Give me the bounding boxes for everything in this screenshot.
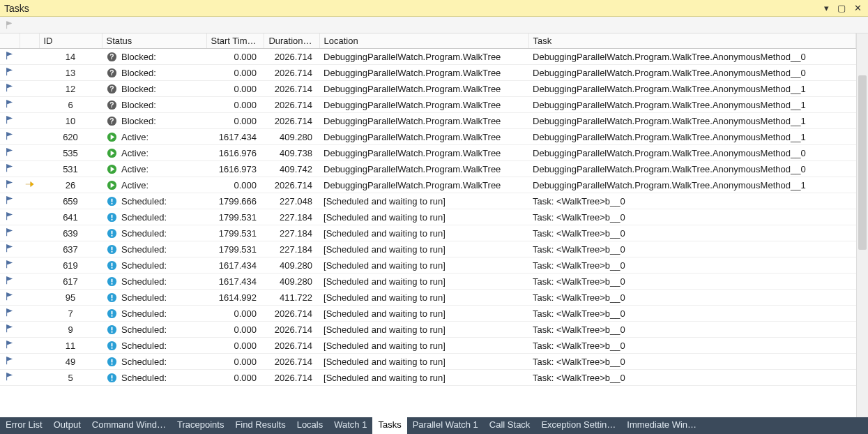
task-cell: Task: <WalkTree>b__0 — [528, 241, 855, 257]
flag-cell[interactable] — [0, 193, 20, 209]
flag-cell[interactable] — [0, 290, 20, 306]
flag-cell[interactable] — [0, 209, 20, 225]
flag-icon[interactable] — [4, 307, 15, 318]
table-row[interactable]: 617Scheduled:1617.434409.280[Scheduled a… — [0, 274, 856, 290]
maximize-button[interactable]: ▢ — [835, 3, 848, 13]
duration-cell: 227.184 — [264, 225, 319, 241]
task-cell: Task: <WalkTree>b__0 — [528, 370, 855, 386]
tab-tracepoints[interactable]: Tracepoints — [172, 417, 229, 434]
vertical-scrollbar[interactable] — [856, 33, 868, 417]
flag-cell[interactable] — [0, 113, 20, 129]
flag-icon[interactable] — [4, 355, 15, 366]
col-task[interactable]: Task — [528, 33, 855, 49]
table-row[interactable]: 639Scheduled:1799.531227.184[Scheduled a… — [0, 225, 856, 241]
flag-icon[interactable] — [4, 211, 15, 222]
flag-icon[interactable] — [4, 114, 15, 126]
flag-cell[interactable] — [0, 65, 20, 81]
table-row[interactable]: 531Active:1616.973409.742DebuggingParall… — [0, 161, 856, 177]
flag-icon[interactable] — [4, 195, 15, 206]
flag-cell[interactable] — [0, 225, 20, 241]
flag-icon[interactable] — [4, 243, 15, 254]
table-row[interactable]: 14Blocked:0.0002026.714DebuggingParallel… — [0, 49, 856, 65]
id-cell: 14 — [39, 49, 102, 65]
table-row[interactable]: 95Scheduled:1614.992411.722[Scheduled an… — [0, 290, 856, 306]
col-current[interactable] — [20, 33, 39, 49]
scheduled-icon — [106, 340, 117, 351]
window-menu-button[interactable]: ▾ — [822, 3, 831, 13]
tab-call-stack[interactable]: Call Stack — [484, 417, 536, 434]
status-text: Blocked: — [121, 100, 156, 110]
location-cell: [Scheduled and waiting to run] — [319, 225, 528, 241]
table-row[interactable]: 11Scheduled:0.0002026.714[Scheduled and … — [0, 338, 856, 354]
flag-cell[interactable] — [0, 81, 20, 97]
flag-cell[interactable] — [0, 177, 20, 193]
flag-icon[interactable] — [4, 98, 15, 110]
table-row[interactable]: 26Active:0.0002026.714DebuggingParallelW… — [0, 177, 856, 193]
flag-cell[interactable] — [0, 274, 20, 290]
flag-icon[interactable] — [4, 339, 15, 350]
table-row[interactable]: 659Scheduled:1799.666227.048[Scheduled a… — [0, 193, 856, 209]
flag-cell[interactable] — [0, 322, 20, 338]
tab-watch-1[interactable]: Watch 1 — [328, 417, 372, 434]
table-row[interactable]: 641Scheduled:1799.531227.184[Scheduled a… — [0, 209, 856, 225]
flag-icon[interactable] — [4, 323, 15, 334]
flag-icon[interactable] — [4, 50, 15, 61]
flag-cell[interactable] — [0, 145, 20, 161]
start-time-cell: 0.000 — [206, 370, 264, 386]
flag-icon[interactable] — [4, 163, 15, 174]
flag-icon[interactable] — [4, 371, 15, 382]
col-status[interactable]: Status — [102, 33, 206, 49]
tab-error-list[interactable]: Error List — [0, 417, 48, 434]
col-location[interactable]: Location — [319, 33, 528, 49]
flag-cell[interactable] — [0, 306, 20, 322]
flag-cell[interactable] — [0, 129, 20, 145]
tab-immediate-win[interactable]: Immediate Win… — [621, 417, 702, 434]
flag-cell[interactable] — [0, 257, 20, 274]
col-id[interactable]: ID — [39, 33, 102, 49]
flag-icon[interactable] — [4, 275, 15, 286]
scheduled-icon — [106, 227, 117, 239]
flag-icon[interactable] — [4, 82, 15, 93]
table-row[interactable]: 620Active:1617.434409.280DebuggingParall… — [0, 129, 856, 145]
flag-icon[interactable] — [4, 66, 15, 77]
flag-icon[interactable] — [4, 259, 15, 270]
tab-tasks[interactable]: Tasks — [372, 417, 406, 434]
current-cell — [20, 338, 39, 354]
table-row[interactable]: 12Blocked:0.0002026.714DebuggingParallel… — [0, 81, 856, 97]
scrollbar-thumb[interactable] — [858, 75, 867, 250]
flag-cell[interactable] — [0, 241, 20, 257]
flag-cell[interactable] — [0, 354, 20, 370]
table-row[interactable]: 9Scheduled:0.0002026.714[Scheduled and w… — [0, 322, 856, 338]
table-row[interactable]: 13Blocked:0.0002026.714DebuggingParallel… — [0, 65, 856, 81]
flag-icon[interactable] — [4, 291, 15, 302]
close-button[interactable]: ✕ — [852, 3, 864, 13]
flag-icon[interactable] — [4, 130, 15, 142]
tab-locals[interactable]: Locals — [291, 417, 329, 434]
table-row[interactable]: 637Scheduled:1799.531227.184[Scheduled a… — [0, 241, 856, 257]
tab-find-results[interactable]: Find Results — [229, 417, 291, 434]
location-cell: [Scheduled and waiting to run] — [319, 290, 528, 306]
tab-exception-settin[interactable]: Exception Settin… — [535, 417, 621, 434]
table-row[interactable]: 6Blocked:0.0002026.714DebuggingParallelW… — [0, 97, 856, 113]
flag-cell[interactable] — [0, 49, 20, 65]
flag-cell[interactable] — [0, 97, 20, 113]
col-flag[interactable] — [0, 33, 20, 49]
flag-toolbar-icon[interactable] — [4, 20, 15, 31]
flag-icon[interactable] — [4, 147, 15, 158]
table-row[interactable]: 535Active:1616.976409.738DebuggingParall… — [0, 145, 856, 161]
table-row[interactable]: 5Scheduled:0.0002026.714[Scheduled and w… — [0, 370, 856, 386]
table-row[interactable]: 49Scheduled:0.0002026.714[Scheduled and … — [0, 354, 856, 370]
tab-parallel-watch-1[interactable]: Parallel Watch 1 — [407, 417, 484, 434]
tab-output[interactable]: Output — [48, 417, 86, 434]
tab-command-wind[interactable]: Command Wind… — [86, 417, 172, 434]
table-row[interactable]: 10Blocked:0.0002026.714DebuggingParallel… — [0, 113, 856, 129]
col-start[interactable]: Start Tim… — [206, 33, 264, 49]
flag-cell[interactable] — [0, 370, 20, 386]
flag-cell[interactable] — [0, 338, 20, 354]
col-duration[interactable]: Duration… — [264, 33, 319, 49]
table-row[interactable]: 619Scheduled:1617.434409.280[Scheduled a… — [0, 257, 856, 274]
flag-icon[interactable] — [4, 227, 15, 238]
table-row[interactable]: 7Scheduled:0.0002026.714[Scheduled and w… — [0, 306, 856, 322]
flag-icon[interactable] — [4, 179, 15, 190]
flag-cell[interactable] — [0, 161, 20, 177]
